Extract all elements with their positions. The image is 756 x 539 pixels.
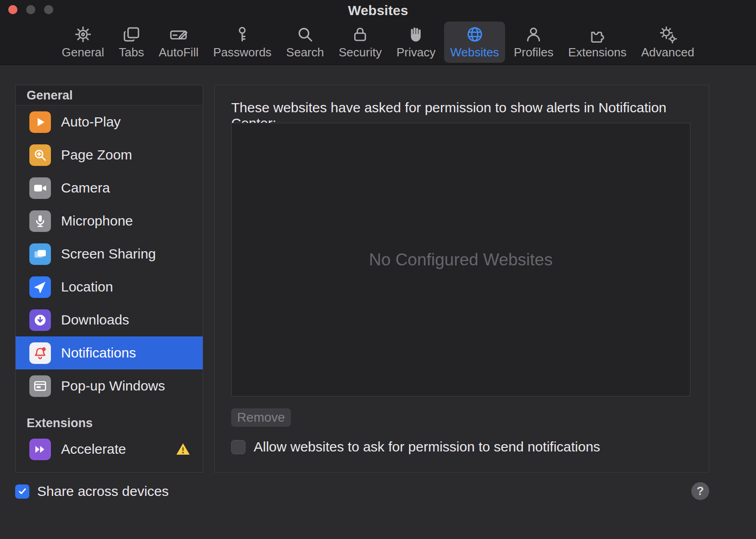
globe-icon [465, 25, 484, 44]
tab-label: Passwords [213, 45, 272, 60]
tab-general[interactable]: General [56, 22, 111, 63]
sidebar-item-label: Location [61, 279, 113, 295]
sidebar-item-label: Screen Sharing [61, 246, 156, 262]
help-button[interactable]: ? [691, 482, 709, 500]
sidebar-section-header-extensions: Extensions [16, 413, 203, 433]
tab-label: Profiles [514, 45, 554, 60]
allow-permission-label: Allow websites to ask for permission to … [254, 439, 600, 455]
puzzle-icon [588, 25, 607, 44]
warning-icon [175, 441, 191, 457]
microphone-icon [29, 210, 51, 232]
search-icon [295, 25, 315, 44]
tab-passwords[interactable]: Passwords [207, 22, 278, 63]
sidebar-item-page-zoom[interactable]: Page Zoom [16, 138, 203, 171]
tab-label: Extensions [568, 45, 627, 60]
safari-preferences-window: Websites General Tabs AutoFill Passwords… [0, 0, 756, 539]
sidebar-item-label: Page Zoom [61, 147, 132, 163]
preferences-toolbar: General Tabs AutoFill Passwords Search S… [0, 19, 756, 65]
fast-forward-icon [29, 439, 51, 460]
sidebar-item-accelerate[interactable]: Accelerate [16, 433, 203, 466]
share-across-devices-row: Share across devices [15, 484, 169, 499]
configured-websites-list: No Configured Websites [231, 123, 690, 396]
autofill-icon [169, 25, 188, 44]
sidebar-item-notifications[interactable]: Notifications [16, 336, 203, 369]
hand-icon [406, 25, 426, 44]
sidebar-item-downloads[interactable]: Downloads [16, 303, 203, 336]
tab-advanced[interactable]: Advanced [635, 22, 700, 63]
sidebar-item-label: Microphone [61, 213, 133, 229]
tab-label: Security [339, 45, 382, 60]
sidebar-item-label: Camera [61, 180, 110, 196]
share-across-devices-label: Share across devices [37, 484, 169, 499]
key-icon [233, 25, 252, 44]
sidebar-section-header-general: General [16, 85, 203, 105]
sidebar-item-label: Notifications [61, 345, 136, 361]
tab-privacy[interactable]: Privacy [390, 22, 441, 63]
notifications-settings-panel: These websites have asked for permission… [214, 85, 709, 473]
location-arrow-icon [29, 276, 51, 298]
tab-label: Websites [450, 45, 499, 60]
tab-profiles[interactable]: Profiles [508, 22, 560, 63]
share-across-devices-checkbox[interactable] [15, 484, 29, 499]
gear-icon [73, 25, 93, 44]
titlebar: Websites [0, 0, 756, 19]
tab-extensions[interactable]: Extensions [562, 22, 633, 63]
allow-permission-row: Allow websites to ask for permission to … [231, 439, 600, 455]
sidebar-item-label: Pop-up Windows [61, 378, 165, 394]
tab-label: Search [286, 45, 324, 60]
websites-sidebar: General Auto-Play Page Zoom Camera Micro… [15, 85, 203, 473]
sidebar-item-auto-play[interactable]: Auto-Play [16, 105, 203, 138]
empty-state-text: No Configured Websites [369, 250, 552, 270]
sidebar-item-pop-up-windows[interactable]: Pop-up Windows [16, 369, 203, 402]
tab-websites[interactable]: Websites [444, 22, 505, 63]
tab-label: AutoFill [159, 45, 199, 60]
gears-icon [658, 25, 678, 44]
sidebar-item-location[interactable]: Location [16, 270, 203, 303]
allow-permission-checkbox[interactable] [231, 440, 245, 454]
tab-label: General [62, 45, 105, 60]
tab-tabs[interactable]: Tabs [113, 22, 150, 63]
sidebar-item-label: Downloads [61, 312, 129, 328]
person-icon [524, 25, 543, 44]
sidebar-item-label: Accelerate [61, 441, 126, 457]
sidebar-item-label: Auto-Play [61, 114, 121, 130]
lock-icon [350, 25, 370, 44]
sidebar-item-microphone[interactable]: Microphone [16, 204, 203, 237]
tab-autofill[interactable]: AutoFill [153, 22, 205, 63]
sidebar-item-camera[interactable]: Camera [16, 171, 203, 204]
tab-label: Privacy [396, 45, 435, 60]
zoom-plus-icon [29, 144, 51, 166]
bell-icon [29, 342, 51, 364]
remove-button[interactable]: Remove [231, 408, 291, 427]
popup-window-icon [29, 375, 51, 397]
window-title: Websites [0, 0, 756, 19]
sidebar-item-screen-sharing[interactable]: Screen Sharing [16, 237, 203, 270]
video-camera-icon [29, 177, 51, 199]
tab-search[interactable]: Search [280, 22, 330, 63]
tab-label: Tabs [119, 45, 144, 60]
play-icon [29, 111, 51, 133]
download-circle-icon [29, 309, 51, 331]
tab-security[interactable]: Security [333, 22, 388, 63]
tab-label: Advanced [641, 45, 695, 60]
tabs-icon [122, 25, 141, 44]
screen-sharing-icon [29, 243, 51, 265]
